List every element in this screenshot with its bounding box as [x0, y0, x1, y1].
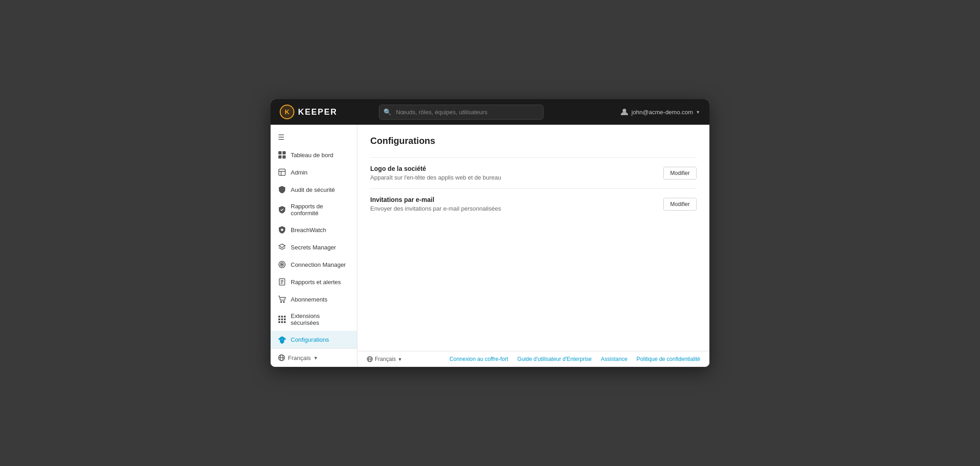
- svg-point-20: [281, 302, 282, 302]
- svg-rect-25: [278, 318, 280, 320]
- config-section-invitations-info: Invitations par e-mail Envoyer des invit…: [370, 196, 501, 212]
- svg-rect-22: [278, 316, 280, 318]
- sidebar-item-configurations[interactable]: Configurations: [271, 331, 357, 348]
- report-icon: [278, 278, 286, 286]
- sidebar-item-admin[interactable]: Admin: [271, 164, 357, 181]
- shield-icon: [278, 185, 286, 194]
- sidebar-label-rapports-conformite: Rapports de conformité: [291, 203, 350, 217]
- svg-text:K: K: [285, 108, 289, 116]
- footer-globe-icon: [367, 356, 373, 362]
- footer-lang-chevron-icon: ▼: [398, 357, 402, 362]
- footer-lang-label: Français: [375, 356, 396, 362]
- svg-rect-7: [282, 155, 286, 159]
- logo-area: K KEEPER: [280, 105, 337, 119]
- search-bar[interactable]: 🔍: [379, 105, 543, 120]
- gear-icon: [278, 335, 286, 344]
- svg-point-15: [282, 264, 283, 265]
- svg-point-21: [283, 302, 284, 302]
- body: ☰ Tableau de bord Admin: [271, 125, 709, 367]
- sidebar-label-configurations: Configurations: [291, 336, 329, 343]
- sidebar-item-rapports-conformite[interactable]: Rapports de conformité: [271, 198, 357, 221]
- breach-icon: [278, 226, 286, 234]
- language-chevron-icon: ▼: [314, 355, 318, 360]
- svg-rect-26: [281, 318, 283, 320]
- config-invitations-desc: Envoyer des invitations par e-mail perso…: [370, 205, 501, 212]
- sidebar-item-abonnements[interactable]: Abonnements: [271, 291, 357, 308]
- svg-rect-30: [284, 321, 286, 323]
- config-invitations-title: Invitations par e-mail: [370, 196, 501, 203]
- user-avatar-icon: [620, 107, 629, 116]
- config-section-logo-info: Logo de la société Apparaît sur l'en-têt…: [370, 165, 501, 181]
- sidebar-label-secrets-manager: Secrets Manager: [291, 244, 336, 251]
- svg-rect-23: [281, 316, 283, 318]
- svg-rect-28: [278, 321, 280, 323]
- config-section-logo: Logo de la société Apparaît sur l'en-têt…: [370, 157, 697, 188]
- svg-rect-4: [278, 151, 282, 154]
- user-menu[interactable]: john@acme-demo.com ▼: [620, 107, 701, 116]
- header: K KEEPER 🔍 john@acme-demo.com ▼: [271, 99, 709, 125]
- shield-check-icon: [278, 206, 286, 214]
- sidebar-label-rapports-alertes: Rapports et alertes: [291, 279, 341, 286]
- sidebar-item-rapports-alertes[interactable]: Rapports et alertes: [271, 273, 357, 291]
- keeper-logo-icon: K: [280, 105, 294, 119]
- globe-icon: [278, 354, 285, 361]
- sidebar-label-connection-manager: Connection Manager: [291, 261, 346, 268]
- footer-link-politique[interactable]: Politique de confidentialité: [637, 356, 700, 362]
- svg-rect-27: [284, 318, 286, 320]
- sidebar-item-extensions-securisees[interactable]: Extensions sécurisées: [271, 308, 357, 331]
- svg-rect-29: [281, 321, 283, 323]
- config-logo-title: Logo de la société: [370, 165, 501, 172]
- sidebar-label-audit-securite: Audit de sécurité: [291, 186, 335, 193]
- sidebar-item-secrets-manager[interactable]: Secrets Manager: [271, 238, 357, 256]
- svg-rect-24: [284, 316, 286, 318]
- config-logo-desc: Apparaît sur l'en-tête des applis web et…: [370, 174, 501, 181]
- svg-point-3: [623, 109, 626, 112]
- footer-links: Connexion au coffre-fort Guide d'utilisa…: [449, 356, 700, 362]
- dashboard-icon: [278, 151, 286, 159]
- app-window: K KEEPER 🔍 john@acme-demo.com ▼ ☰: [271, 99, 709, 367]
- sidebar-item-connection-manager[interactable]: Connection Manager: [271, 256, 357, 273]
- search-input[interactable]: [379, 105, 543, 120]
- user-email: john@acme-demo.com: [632, 109, 693, 116]
- chevron-down-icon: ▼: [696, 110, 700, 115]
- footer-link-connexion[interactable]: Connexion au coffre-fort: [449, 356, 508, 362]
- modify-logo-button[interactable]: Modifier: [663, 167, 697, 180]
- language-label: Français: [288, 355, 311, 361]
- sidebar-item-breachwatch[interactable]: BreachWatch: [271, 221, 357, 238]
- footer-link-guide[interactable]: Guide d'utilisateur d'Enterprise: [517, 356, 592, 362]
- sidebar: ☰ Tableau de bord Admin: [271, 125, 357, 367]
- target-icon: [278, 260, 286, 269]
- cart-icon: [278, 295, 286, 303]
- config-section-invitations: Invitations par e-mail Envoyer des invit…: [370, 188, 697, 219]
- footer-link-assistance[interactable]: Assistance: [601, 356, 628, 362]
- layers-icon: [278, 243, 286, 251]
- language-selector[interactable]: Français ▼: [271, 348, 357, 367]
- sidebar-item-audit-securite[interactable]: Audit de sécurité: [271, 181, 357, 198]
- footer: Français ▼ Connexion au coffre-fort Guid…: [357, 351, 709, 367]
- content-area: Configurations Logo de la société Appara…: [357, 125, 709, 367]
- svg-rect-6: [278, 155, 282, 159]
- main-content: Configurations Logo de la société Appara…: [357, 125, 709, 351]
- sidebar-item-tableau-de-bord[interactable]: Tableau de bord: [271, 146, 357, 164]
- svg-point-11: [281, 229, 283, 231]
- svg-rect-8: [279, 169, 285, 175]
- svg-marker-12: [279, 244, 285, 248]
- sidebar-label-admin: Admin: [291, 169, 308, 176]
- svg-rect-5: [282, 151, 286, 154]
- search-icon: 🔍: [383, 108, 391, 116]
- modify-invitations-button[interactable]: Modifier: [663, 198, 697, 211]
- sidebar-label-breachwatch: BreachWatch: [291, 227, 326, 233]
- hamburger-button[interactable]: ☰: [271, 128, 357, 146]
- page-title: Configurations: [370, 136, 697, 146]
- admin-icon: [278, 168, 286, 176]
- footer-language-selector[interactable]: Français ▼: [367, 356, 402, 362]
- sidebar-label-abonnements: Abonnements: [291, 296, 327, 303]
- logo-text: KEEPER: [298, 107, 337, 117]
- grid-icon: [278, 315, 286, 323]
- sidebar-label-extensions-securisees: Extensions sécurisées: [291, 312, 350, 326]
- hamburger-icon: ☰: [278, 133, 284, 141]
- sidebar-label-tableau-de-bord: Tableau de bord: [291, 152, 333, 159]
